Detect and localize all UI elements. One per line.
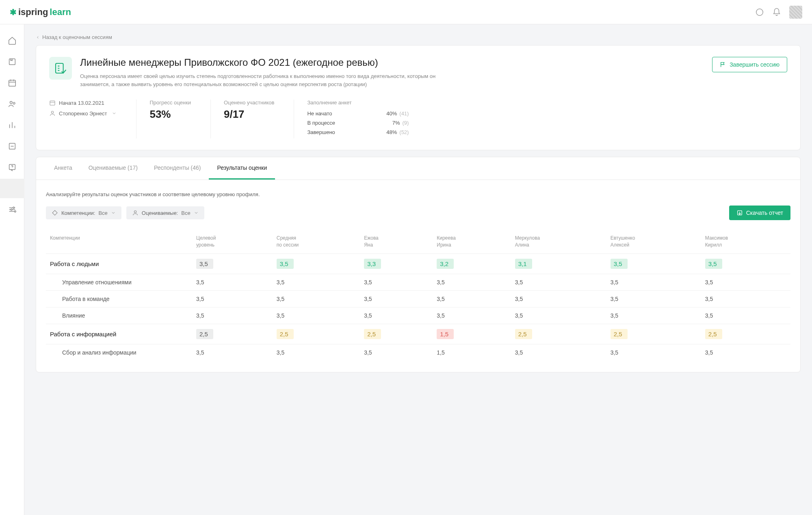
logo-icon: ✱	[10, 7, 17, 17]
flag-icon	[720, 61, 726, 68]
survey-row-count: (9)	[403, 120, 409, 126]
download-icon	[736, 210, 743, 216]
score-cell: 2,5	[606, 324, 701, 344]
avatar[interactable]	[789, 6, 802, 19]
sidebar	[0, 24, 24, 515]
filter-eval-label: Оцениваемые:	[142, 210, 178, 216]
diamond-icon	[52, 210, 58, 216]
score-cell: 3,5	[273, 344, 360, 361]
tab[interactable]: Анкета	[46, 157, 80, 180]
score-cell: 3,5	[701, 274, 790, 290]
tab[interactable]: Респонденты (46)	[146, 157, 209, 180]
back-link[interactable]: Назад к оценочным сессиям	[36, 34, 801, 40]
calendar-icon	[49, 100, 56, 106]
score-cell: 3,5	[360, 274, 433, 290]
table-row: Работа в команде3,53,53,53,53,53,53,5	[46, 290, 790, 307]
started-date-label: Начата 13.02.2021	[59, 100, 104, 106]
svg-point-12	[51, 111, 53, 113]
progress-value: 53%	[149, 108, 191, 121]
row-name: Работа с информацией	[46, 324, 192, 344]
tab[interactable]: Оцениваемые (17)	[80, 157, 146, 180]
score-cell: 3,5	[433, 307, 511, 324]
survey-row-count: (52)	[399, 129, 409, 135]
tab[interactable]: Результаты оценки	[209, 157, 275, 180]
filter-evaluees[interactable]: Оцениваемые: Все	[126, 206, 204, 219]
score-cell: 3,3	[360, 253, 433, 274]
bell-icon[interactable]	[772, 8, 781, 17]
survey-row-pct: 40%	[386, 110, 397, 117]
svg-point-8	[11, 209, 12, 210]
column-header: Компетенции	[46, 230, 192, 253]
column-header: Целевойуровень	[192, 230, 273, 253]
sidebar-people[interactable]	[0, 94, 24, 114]
sidebar-active-blank[interactable]	[0, 179, 24, 198]
svg-point-7	[13, 207, 15, 209]
svg-rect-2	[9, 80, 16, 87]
session-title: Линейные менеджеры Приволжского ФО 2021 …	[80, 57, 704, 68]
session-description: Оценка персонала имеет своей целью изучи…	[80, 72, 446, 88]
score-cell: 1,5	[433, 324, 511, 344]
person-icon	[132, 210, 139, 216]
row-name: Работа с людьми	[46, 253, 192, 274]
sidebar-courses[interactable]	[0, 52, 24, 71]
survey-row-pct: 7%	[392, 120, 400, 126]
sidebar-help[interactable]	[0, 158, 24, 177]
score-cell: 3,5	[511, 344, 606, 361]
table-row: Работа с людьми3,53,53,33,23,13,53,5	[46, 253, 790, 274]
chevron-down-icon	[111, 210, 116, 215]
score-cell: 3,5	[701, 290, 790, 307]
logo[interactable]: ✱ ispring learn	[10, 7, 71, 17]
results-table: КомпетенцииЦелевойуровеньСредняяпо сесси…	[46, 230, 790, 361]
filter-competencies[interactable]: Компетенции: Все	[46, 206, 121, 219]
progress-label: Прогресс оценки	[149, 100, 191, 106]
top-header: ✱ ispring learn	[0, 0, 812, 24]
survey-row-label: В процессе	[307, 120, 335, 126]
column-header: Средняяпо сессии	[273, 230, 360, 253]
sidebar-settings[interactable]	[0, 200, 24, 219]
sidebar-calendar[interactable]	[0, 73, 24, 93]
complete-session-label: Завершить сессию	[730, 61, 780, 68]
score-cell: 2,5	[511, 324, 606, 344]
score-cell: 3,5	[360, 290, 433, 307]
score-cell: 3,5	[273, 307, 360, 324]
column-header: МаксимовКирилл	[701, 230, 790, 253]
survey-row-label: Завершено	[307, 129, 335, 135]
header-actions	[755, 6, 802, 19]
chevron-left-icon	[36, 35, 40, 39]
score-cell: 2,5	[360, 324, 433, 344]
score-cell: 3,5	[511, 290, 606, 307]
survey-row-pct: 48%	[386, 129, 397, 135]
sidebar-home[interactable]	[0, 31, 24, 50]
svg-point-0	[756, 9, 763, 15]
svg-rect-11	[50, 101, 55, 105]
score-cell: 3,2	[433, 253, 511, 274]
sidebar-reports[interactable]	[0, 115, 24, 135]
download-label: Скачать отчет	[746, 210, 783, 216]
table-row: Работа с информацией2,52,52,51,52,52,52,…	[46, 324, 790, 344]
main-content: Назад к оценочным сессиям Линейные менед…	[24, 24, 812, 515]
score-cell: 3,5	[192, 274, 273, 290]
table-row: Сбор и анализ информации3,53,53,51,53,53…	[46, 344, 790, 361]
chevron-down-icon	[194, 210, 199, 215]
svg-point-3	[10, 102, 13, 104]
column-header: ЕвтушенкоАлексей	[606, 230, 701, 253]
survey-row-label: Не начато	[307, 110, 332, 117]
download-report-button[interactable]: Скачать отчет	[729, 206, 790, 220]
logo-text-2: learn	[50, 7, 71, 17]
session-icon	[49, 57, 72, 80]
row-name: Влияние	[46, 307, 192, 324]
tabs-card: АнкетаОцениваемые (17)Респонденты (46)Ре…	[36, 157, 801, 372]
row-name: Сбор и анализ информации	[46, 344, 192, 361]
score-cell: 3,5	[273, 253, 360, 274]
survey-row: В процессе7%(9)	[307, 120, 409, 126]
score-cell: 3,5	[192, 290, 273, 307]
table-row: Управление отношениями3,53,53,53,53,53,5…	[46, 274, 790, 290]
owner-selector[interactable]: Стопоренко Эрнест	[49, 110, 117, 117]
complete-session-button[interactable]: Завершить сессию	[712, 57, 787, 72]
score-cell: 3,5	[511, 274, 606, 290]
score-cell: 3,5	[192, 307, 273, 324]
row-name: Управление отношениями	[46, 274, 192, 290]
chat-icon[interactable]	[755, 8, 764, 17]
sidebar-archive[interactable]	[0, 136, 24, 156]
filter-comp-value: Все	[98, 210, 107, 216]
